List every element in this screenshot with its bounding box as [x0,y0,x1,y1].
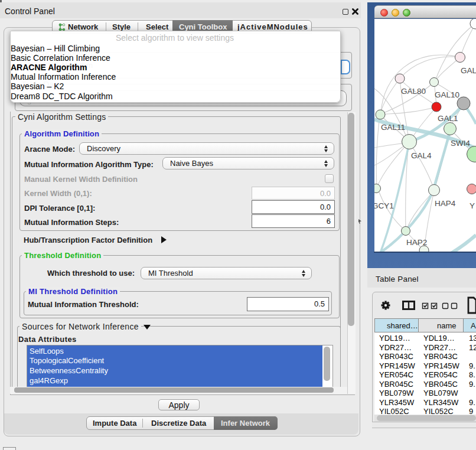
svg-text:GAL11: GAL11 [381,123,405,132]
svg-text:GAL4: GAL4 [411,151,432,160]
svg-text:GAL1: GAL1 [438,114,458,123]
svg-text:GAL80: GAL80 [401,87,426,96]
svg-text:GCY1: GCY1 [374,201,394,210]
svg-text:GAL: GAL [461,66,476,75]
svg-text:HAP4: HAP4 [435,199,456,208]
svg-text:GAL10: GAL10 [435,90,459,99]
svg-text:SWI4: SWI4 [451,139,470,148]
svg-text:HAP2: HAP2 [406,238,427,247]
svg-text:Y: Y [470,201,475,210]
